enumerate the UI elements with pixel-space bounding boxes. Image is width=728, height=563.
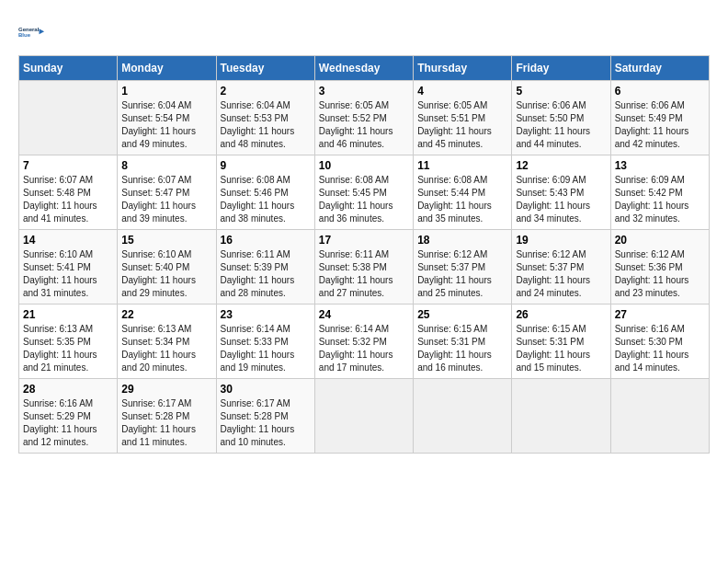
day-info: Sunrise: 6:08 AMSunset: 5:45 PMDaylight:… <box>319 174 409 225</box>
calendar-week-1: 1Sunrise: 6:04 AMSunset: 5:54 PMDaylight… <box>19 81 710 155</box>
calendar-cell: 8Sunrise: 6:07 AMSunset: 5:47 PMDaylight… <box>118 155 216 230</box>
svg-marker-3 <box>40 29 45 34</box>
day-info: Sunrise: 6:11 AMSunset: 5:38 PMDaylight:… <box>319 248 409 300</box>
day-number: 24 <box>319 308 409 321</box>
calendar-cell: 22Sunrise: 6:13 AMSunset: 5:34 PMDayligh… <box>118 304 216 379</box>
header-row: SundayMondayTuesdayWednesdayThursdayFrid… <box>19 56 710 81</box>
calendar-week-3: 14Sunrise: 6:10 AMSunset: 5:41 PMDayligh… <box>19 230 710 304</box>
day-header-wednesday: Wednesday <box>314 56 413 81</box>
day-info: Sunrise: 6:08 AMSunset: 5:44 PMDaylight:… <box>417 174 507 225</box>
day-header-tuesday: Tuesday <box>216 56 314 81</box>
calendar-cell <box>414 379 512 454</box>
day-number: 30 <box>221 383 311 396</box>
calendar-cell: 18Sunrise: 6:12 AMSunset: 5:37 PMDayligh… <box>414 230 512 304</box>
day-number: 13 <box>615 159 705 172</box>
calendar-week-4: 21Sunrise: 6:13 AMSunset: 5:35 PMDayligh… <box>19 304 710 379</box>
calendar-table: SundayMondayTuesdayWednesdayThursdayFrid… <box>18 55 710 454</box>
calendar-cell: 28Sunrise: 6:16 AMSunset: 5:29 PMDayligh… <box>19 379 118 454</box>
day-info: Sunrise: 6:14 AMSunset: 5:33 PMDaylight:… <box>221 323 311 374</box>
day-info: Sunrise: 6:13 AMSunset: 5:34 PMDaylight:… <box>121 323 211 374</box>
day-header-saturday: Saturday <box>610 56 709 81</box>
calendar-cell: 16Sunrise: 6:11 AMSunset: 5:39 PMDayligh… <box>216 230 314 304</box>
calendar-cell: 13Sunrise: 6:09 AMSunset: 5:42 PMDayligh… <box>610 155 709 230</box>
day-number: 1 <box>121 85 211 98</box>
day-info: Sunrise: 6:07 AMSunset: 5:47 PMDaylight:… <box>121 174 211 225</box>
day-number: 19 <box>516 234 606 247</box>
day-number: 29 <box>121 383 211 396</box>
calendar-cell: 9Sunrise: 6:08 AMSunset: 5:46 PMDaylight… <box>216 155 314 230</box>
calendar-cell: 24Sunrise: 6:14 AMSunset: 5:32 PMDayligh… <box>314 304 413 379</box>
calendar-cell: 7Sunrise: 6:07 AMSunset: 5:48 PMDaylight… <box>19 155 118 230</box>
day-header-thursday: Thursday <box>414 56 512 81</box>
day-info: Sunrise: 6:15 AMSunset: 5:31 PMDaylight:… <box>516 323 606 374</box>
calendar-cell: 20Sunrise: 6:12 AMSunset: 5:36 PMDayligh… <box>610 230 709 304</box>
calendar-cell <box>19 81 118 155</box>
day-number: 20 <box>615 234 705 247</box>
day-info: Sunrise: 6:11 AMSunset: 5:39 PMDaylight:… <box>221 248 311 300</box>
day-info: Sunrise: 6:12 AMSunset: 5:37 PMDaylight:… <box>417 248 507 300</box>
calendar-cell <box>512 379 610 454</box>
calendar-cell: 26Sunrise: 6:15 AMSunset: 5:31 PMDayligh… <box>512 304 610 379</box>
calendar-cell: 17Sunrise: 6:11 AMSunset: 5:38 PMDayligh… <box>314 230 413 304</box>
day-info: Sunrise: 6:06 AMSunset: 5:49 PMDaylight:… <box>615 99 705 151</box>
calendar-cell: 2Sunrise: 6:04 AMSunset: 5:53 PMDaylight… <box>216 81 314 155</box>
calendar-cell: 14Sunrise: 6:10 AMSunset: 5:41 PMDayligh… <box>19 230 118 304</box>
day-number: 18 <box>417 234 507 247</box>
day-number: 6 <box>615 85 705 98</box>
calendar-week-2: 7Sunrise: 6:07 AMSunset: 5:48 PMDaylight… <box>19 155 710 230</box>
day-info: Sunrise: 6:13 AMSunset: 5:35 PMDaylight:… <box>23 323 113 374</box>
day-header-friday: Friday <box>512 56 610 81</box>
calendar-cell: 12Sunrise: 6:09 AMSunset: 5:43 PMDayligh… <box>512 155 610 230</box>
day-number: 15 <box>121 234 211 247</box>
day-info: Sunrise: 6:16 AMSunset: 5:29 PMDaylight:… <box>23 397 113 449</box>
calendar-cell: 27Sunrise: 6:16 AMSunset: 5:30 PMDayligh… <box>610 304 709 379</box>
day-info: Sunrise: 6:12 AMSunset: 5:37 PMDaylight:… <box>516 248 606 300</box>
day-info: Sunrise: 6:16 AMSunset: 5:30 PMDaylight:… <box>615 323 705 374</box>
day-number: 4 <box>417 85 507 98</box>
day-number: 26 <box>516 308 606 321</box>
calendar-week-5: 28Sunrise: 6:16 AMSunset: 5:29 PMDayligh… <box>19 379 710 454</box>
day-number: 23 <box>221 308 311 321</box>
calendar-cell: 21Sunrise: 6:13 AMSunset: 5:35 PMDayligh… <box>19 304 118 379</box>
day-number: 21 <box>23 308 113 321</box>
day-info: Sunrise: 6:05 AMSunset: 5:52 PMDaylight:… <box>319 99 409 151</box>
day-number: 11 <box>417 159 507 172</box>
logo: GeneralBlue <box>18 18 50 46</box>
day-info: Sunrise: 6:05 AMSunset: 5:51 PMDaylight:… <box>417 99 507 151</box>
day-number: 17 <box>319 234 409 247</box>
calendar-cell <box>610 379 709 454</box>
calendar-cell: 1Sunrise: 6:04 AMSunset: 5:54 PMDaylight… <box>118 81 216 155</box>
day-info: Sunrise: 6:17 AMSunset: 5:28 PMDaylight:… <box>221 397 311 449</box>
day-header-sunday: Sunday <box>19 56 118 81</box>
day-info: Sunrise: 6:06 AMSunset: 5:50 PMDaylight:… <box>516 99 606 151</box>
day-number: 2 <box>221 85 311 98</box>
day-number: 28 <box>23 383 113 396</box>
calendar-cell <box>314 379 413 454</box>
day-info: Sunrise: 6:09 AMSunset: 5:43 PMDaylight:… <box>516 174 606 225</box>
calendar-cell: 6Sunrise: 6:06 AMSunset: 5:49 PMDaylight… <box>610 81 709 155</box>
day-number: 25 <box>417 308 507 321</box>
day-number: 22 <box>121 308 211 321</box>
day-number: 12 <box>516 159 606 172</box>
day-info: Sunrise: 6:08 AMSunset: 5:46 PMDaylight:… <box>221 174 311 225</box>
day-info: Sunrise: 6:10 AMSunset: 5:40 PMDaylight:… <box>121 248 211 300</box>
calendar-cell: 15Sunrise: 6:10 AMSunset: 5:40 PMDayligh… <box>118 230 216 304</box>
day-info: Sunrise: 6:10 AMSunset: 5:41 PMDaylight:… <box>23 248 113 300</box>
day-number: 27 <box>615 308 705 321</box>
calendar-cell: 30Sunrise: 6:17 AMSunset: 5:28 PMDayligh… <box>216 379 314 454</box>
calendar-cell: 25Sunrise: 6:15 AMSunset: 5:31 PMDayligh… <box>414 304 512 379</box>
calendar-cell: 4Sunrise: 6:05 AMSunset: 5:51 PMDaylight… <box>414 81 512 155</box>
day-info: Sunrise: 6:12 AMSunset: 5:36 PMDaylight:… <box>615 248 705 300</box>
day-info: Sunrise: 6:04 AMSunset: 5:53 PMDaylight:… <box>221 99 311 151</box>
day-number: 10 <box>319 159 409 172</box>
day-info: Sunrise: 6:15 AMSunset: 5:31 PMDaylight:… <box>417 323 507 374</box>
svg-text:General: General <box>18 27 40 32</box>
day-number: 7 <box>23 159 113 172</box>
day-number: 3 <box>319 85 409 98</box>
day-number: 14 <box>23 234 113 247</box>
calendar-cell: 19Sunrise: 6:12 AMSunset: 5:37 PMDayligh… <box>512 230 610 304</box>
day-number: 8 <box>121 159 211 172</box>
calendar-cell: 11Sunrise: 6:08 AMSunset: 5:44 PMDayligh… <box>414 155 512 230</box>
day-number: 9 <box>221 159 311 172</box>
calendar-cell: 5Sunrise: 6:06 AMSunset: 5:50 PMDaylight… <box>512 81 610 155</box>
